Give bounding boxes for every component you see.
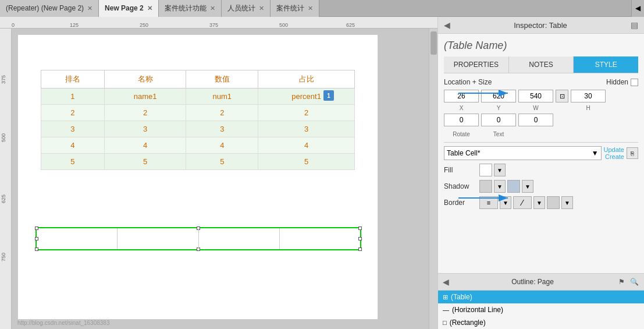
tab-caselist[interactable]: 案件统计 ✕ bbox=[271, 0, 319, 17]
inspector-nav-left[interactable]: ◀ bbox=[444, 20, 450, 30]
y-label: Y bbox=[481, 105, 516, 111]
w-input[interactable] bbox=[518, 90, 553, 102]
ruler-left: 375 500 625 750 bbox=[0, 29, 12, 329]
shadow-color-box-2[interactable] bbox=[507, 180, 520, 193]
filter-btn[interactable]: ⚑ bbox=[616, 277, 627, 287]
hidden-checkbox[interactable] bbox=[631, 79, 638, 86]
watermark: http://blog.csdn.net/sinat_16308383 bbox=[17, 320, 109, 326]
create-link[interactable]: Create bbox=[605, 153, 624, 160]
h-input[interactable] bbox=[571, 90, 606, 102]
x-label: X bbox=[444, 105, 479, 111]
page-canvas[interactable]: 排名 名称 数值 占比 1 name1 num1 percent1 bbox=[17, 34, 378, 320]
cell: 5 bbox=[104, 154, 186, 170]
text-input-2[interactable] bbox=[518, 114, 553, 126]
update-link[interactable]: Update bbox=[604, 146, 624, 153]
tab-personnel[interactable]: 人员统计 ✕ bbox=[222, 0, 271, 17]
col-header-value: 数值 bbox=[186, 70, 258, 89]
divider-1 bbox=[444, 142, 638, 143]
tab-close[interactable]: ✕ bbox=[259, 5, 264, 12]
rotate-input[interactable] bbox=[444, 114, 479, 126]
shadow-arrow-btn[interactable]: ▼ bbox=[494, 180, 506, 193]
canvas-content: 排名 名称 数值 占比 1 name1 num1 percent1 bbox=[12, 29, 426, 329]
outline-title: Outline: Page bbox=[511, 278, 554, 286]
tab-close[interactable]: ✕ bbox=[308, 5, 313, 12]
outline-item-label: (Table) bbox=[451, 293, 472, 301]
widget-cell-4[interactable] bbox=[280, 228, 360, 249]
copy-button[interactable]: ⎘ bbox=[627, 147, 638, 159]
tab-close[interactable]: ✕ bbox=[210, 5, 215, 12]
cell: 4 bbox=[104, 137, 186, 154]
location-size-label: Location + Size bbox=[444, 78, 492, 86]
cell: 4 bbox=[186, 137, 258, 154]
cell: 3 bbox=[186, 121, 258, 137]
v-scrollbar[interactable] bbox=[429, 29, 437, 329]
border-line-btn[interactable]: ∕ bbox=[513, 196, 532, 209]
tab-close[interactable]: ✕ bbox=[87, 5, 92, 12]
outline-actions: ⚑ 🔍 bbox=[616, 277, 639, 287]
border-style-btn[interactable]: ≡ bbox=[479, 196, 498, 209]
rotate-label: Rotate bbox=[444, 131, 479, 137]
outline-nav-left[interactable]: ◀ bbox=[443, 277, 449, 286]
tab-close[interactable]: ✕ bbox=[147, 5, 152, 12]
tab-casestat[interactable]: 案件统计功能 ✕ bbox=[159, 0, 222, 17]
ruler-mark-500: 500 bbox=[1, 133, 6, 142]
inspector-body: (Table Name) PROPERTIES NOTES STYLE Loca… bbox=[438, 34, 644, 273]
text-input-1[interactable] bbox=[481, 114, 516, 126]
canvas-area[interactable]: 0 125 250 375 500 625 375 500 625 750 排名 bbox=[0, 17, 437, 329]
tab-style[interactable]: STYLE bbox=[574, 56, 638, 73]
outline-item-table[interactable]: ⊞ (Table) bbox=[438, 291, 644, 303]
table-row: 3 3 3 3 bbox=[41, 121, 355, 137]
cell: 1 bbox=[41, 89, 105, 105]
xywh-row: ⊡ bbox=[444, 90, 638, 102]
widget-cell-2[interactable] bbox=[118, 228, 198, 249]
rect-icon: □ bbox=[443, 319, 447, 326]
tab-repeater[interactable]: (Repeater) (New Page 2) ✕ bbox=[0, 0, 99, 17]
fill-arrow-btn[interactable]: ▼ bbox=[494, 164, 506, 176]
fill-color-box[interactable] bbox=[479, 164, 492, 176]
shadow-row: Shadow ▼ ▼ bbox=[444, 180, 638, 193]
tab-properties[interactable]: PROPERTIES bbox=[444, 56, 509, 73]
shadow-color-box[interactable] bbox=[479, 180, 492, 193]
y-input[interactable] bbox=[481, 90, 516, 102]
dropdown-label: Table Cell* bbox=[447, 149, 480, 157]
tab-newpage2[interactable]: New Page 2 ✕ bbox=[99, 0, 159, 17]
x-input[interactable] bbox=[444, 90, 479, 102]
cell: 2 bbox=[104, 105, 186, 121]
table-row: 4 4 4 4 bbox=[41, 137, 355, 154]
cell: 4 bbox=[41, 137, 105, 154]
watermark-text: http://blog.csdn.net/sinat_16308383 bbox=[17, 320, 109, 326]
expand-btn[interactable]: ⊡ bbox=[556, 90, 568, 102]
tab-label: New Page 2 bbox=[105, 4, 144, 12]
tab-notes[interactable]: NOTES bbox=[509, 56, 574, 73]
col-header-rank: 排名 bbox=[41, 70, 105, 89]
cell: 5 bbox=[186, 154, 258, 170]
ruler-mark-750: 750 bbox=[1, 253, 6, 261]
tab-bar: (Repeater) (New Page 2) ✕ New Page 2 ✕ 案… bbox=[0, 0, 644, 17]
ruler-mark-0: 0 bbox=[12, 22, 15, 28]
v-scroll-thumb[interactable] bbox=[430, 31, 437, 55]
style-dropdown[interactable]: Table Cell* ▼ bbox=[444, 146, 602, 160]
border-color-arrow[interactable]: ▼ bbox=[561, 196, 573, 209]
text-label: Text bbox=[481, 131, 516, 137]
tab-nav-left[interactable]: ◀ bbox=[631, 0, 644, 17]
hline-icon: — bbox=[443, 306, 449, 313]
widget-cell-3[interactable] bbox=[199, 228, 280, 249]
shadow-arrow-btn-2[interactable]: ▼ bbox=[522, 180, 533, 193]
outline-item-hline[interactable]: — (Horizontal Line) bbox=[438, 303, 644, 316]
cell: 2 bbox=[258, 105, 355, 121]
inspector-nav-right[interactable]: ▤ bbox=[631, 20, 638, 30]
outline-item-rect[interactable]: □ (Rectangle) bbox=[438, 316, 644, 329]
update-create-links: Update Create bbox=[604, 146, 624, 160]
border-arrow-btn[interactable]: ▼ bbox=[500, 196, 511, 209]
border-line-arrow[interactable]: ▼ bbox=[533, 196, 545, 209]
border-color-box[interactable] bbox=[547, 196, 560, 209]
selection-badge: 1 bbox=[323, 90, 334, 101]
border-control: ≡ ▼ ∕ ▼ ▼ bbox=[479, 196, 573, 209]
cell: name1 bbox=[104, 89, 186, 105]
outline-item-label: (Horizontal Line) bbox=[452, 306, 503, 314]
selected-widget[interactable] bbox=[35, 227, 361, 250]
outline-header: ◀ Outline: Page ⚑ 🔍 bbox=[438, 274, 644, 291]
col-header-percent: 占比 bbox=[258, 70, 355, 89]
widget-cell-1[interactable] bbox=[37, 228, 118, 249]
search-btn[interactable]: 🔍 bbox=[629, 277, 639, 287]
